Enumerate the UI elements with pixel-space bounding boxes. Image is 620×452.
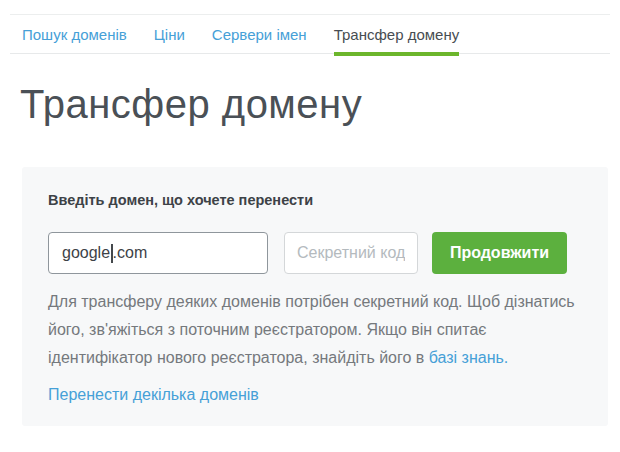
domain-input-label: Введіть домен, що хочете перенести [48,192,582,208]
knowledge-base-link[interactable]: базі знань. [429,349,509,366]
tab-prices[interactable]: Ціни [154,15,185,53]
continue-button[interactable]: Продовжити [432,232,567,274]
transfer-help-text: Для трансферу деяких доменів потрібен се… [48,288,582,372]
transfer-panel: Введіть домен, що хочете перенести googl… [22,167,608,426]
tab-bar: Пошук доменів Ціни Сервери імен Трансфер… [10,14,610,54]
domain-input-value-before-caret: google [62,244,110,262]
secret-code-input[interactable] [284,232,418,274]
bulk-transfer-link[interactable]: Перенести декілька доменів [48,386,259,403]
tab-domain-search[interactable]: Пошук доменів [22,15,127,53]
tab-name-servers[interactable]: Сервери імен [212,15,307,53]
transfer-form-row: google .com Продовжити [48,232,582,274]
bulk-transfer-row: Перенести декілька доменів [48,381,582,409]
domain-input[interactable]: google .com [48,232,268,274]
page-title: Трансфер домену [20,82,620,127]
tab-domain-transfer[interactable]: Трансфер домену [334,15,460,53]
domain-input-value-after-caret: .com [113,244,148,262]
